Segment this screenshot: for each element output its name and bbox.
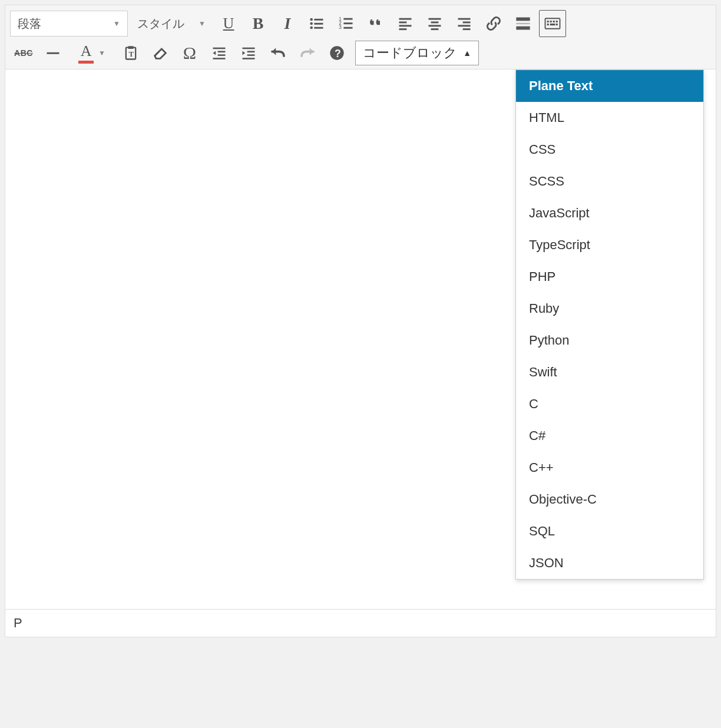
read-more-icon [515,15,531,32]
codeblock-option[interactable]: TypeScript [516,229,703,261]
italic-icon: I [285,14,291,33]
style-select-label: スタイル [137,16,184,32]
redo-button[interactable] [294,39,321,67]
indent-icon [240,45,257,61]
link-button[interactable] [480,10,507,37]
outdent-icon [211,45,227,61]
svg-rect-12 [399,18,412,20]
svg-rect-7 [343,18,352,20]
codeblock-option[interactable]: C [516,388,703,420]
codeblock-select[interactable]: コードブロック ▲ [355,41,479,65]
codeblock-option[interactable]: JavaScript [516,197,703,229]
svg-rect-11 [343,27,352,29]
strikethrough-icon: ABC [14,48,33,58]
svg-rect-24 [516,18,530,21]
undo-button[interactable] [264,39,292,67]
help-icon: ? [329,45,345,61]
numbered-list-icon: 123 [338,15,355,32]
caret-up-icon: ▲ [463,48,471,58]
strikethrough-button[interactable]: ABC [10,39,37,67]
horizontal-rule-button[interactable] [39,39,67,67]
editor-content-area[interactable]: Plane TextHTMLCSSSCSSJavaScriptTypeScrip… [5,69,716,610]
svg-point-2 [310,22,313,25]
outdent-button[interactable] [206,39,233,67]
codeblock-option[interactable]: PHP [516,261,703,293]
svg-rect-34 [556,24,558,25]
caret-down-icon: ▼ [199,19,206,28]
italic-button[interactable]: I [274,10,301,37]
svg-rect-16 [429,18,441,20]
svg-rect-14 [399,25,412,27]
codeblock-option[interactable]: Plane Text [516,70,703,102]
toolbar-row-1: 段落 ▼ スタイル ▼ U B I 123 [10,9,711,38]
svg-rect-18 [429,25,441,27]
indent-button[interactable] [235,39,262,67]
style-select[interactable]: スタイル ▼ [130,11,213,37]
codeblock-option[interactable]: JSON [516,547,703,579]
help-button[interactable]: ? [323,39,350,67]
codeblock-dropdown: Plane TextHTMLCSSSCSSJavaScriptTypeScrip… [515,70,704,580]
paste-text-button[interactable]: T [117,39,144,67]
svg-rect-40 [218,51,226,53]
text-color-swatch [78,61,94,64]
blockquote-icon [368,15,384,32]
svg-rect-31 [556,21,558,22]
toolbar-toggle-button[interactable] [539,10,566,37]
caret-down-icon: ▼ [113,19,120,28]
element-path[interactable]: P [14,616,22,630]
redo-icon [299,44,316,62]
codeblock-option[interactable]: CSS [516,134,703,166]
read-more-button[interactable] [510,10,537,37]
svg-rect-20 [458,18,471,20]
numbered-list-button[interactable]: 123 [333,10,360,37]
omega-icon: Ω [183,43,196,63]
blockquote-button[interactable] [362,10,389,37]
svg-rect-29 [550,21,552,22]
keyboard-icon [544,15,561,32]
codeblock-option[interactable]: SCSS [516,166,703,197]
format-select-label: 段落 [18,16,41,32]
svg-rect-28 [547,21,549,22]
svg-rect-9 [343,22,352,24]
align-right-button[interactable] [451,10,478,37]
underline-button[interactable]: U [215,10,242,37]
align-left-icon [397,15,414,32]
svg-text:T: T [129,50,134,58]
codeblock-option[interactable]: C++ [516,452,703,484]
svg-rect-44 [247,51,255,53]
format-select[interactable]: 段落 ▼ [10,11,128,37]
text-color-button[interactable]: A ▼ [69,39,115,67]
svg-rect-1 [314,19,323,21]
align-center-button[interactable] [421,10,448,37]
codeblock-option[interactable]: SQL [516,515,703,547]
svg-rect-19 [431,28,439,30]
svg-rect-13 [399,22,407,24]
underline-icon: U [223,15,234,32]
svg-rect-3 [314,23,323,25]
bullet-list-button[interactable] [303,10,330,37]
svg-rect-25 [516,23,530,24]
svg-rect-39 [213,48,226,49]
svg-rect-23 [463,28,471,30]
clear-formatting-button[interactable] [147,39,174,67]
svg-rect-41 [218,54,226,56]
svg-rect-35 [47,52,59,54]
svg-rect-33 [550,24,555,25]
caret-down-icon: ▼ [98,49,105,57]
svg-rect-32 [547,24,549,25]
codeblock-option[interactable]: C# [516,420,703,452]
align-left-button[interactable] [392,10,419,37]
codeblock-option[interactable]: Swift [516,356,703,388]
svg-rect-15 [399,28,407,30]
svg-rect-5 [314,27,323,29]
bold-button[interactable]: B [244,10,272,37]
codeblock-option[interactable]: Python [516,325,703,356]
codeblock-option[interactable]: Objective-C [516,484,703,515]
svg-rect-30 [553,21,555,22]
toolbar-row-2: ABC A ▼ T Ω [10,38,711,68]
codeblock-select-label: コードブロック [363,44,457,62]
codeblock-option[interactable]: HTML [516,102,703,134]
codeblock-option[interactable]: Ruby [516,293,703,325]
svg-point-4 [310,27,313,29]
special-character-button[interactable]: Ω [176,39,203,67]
